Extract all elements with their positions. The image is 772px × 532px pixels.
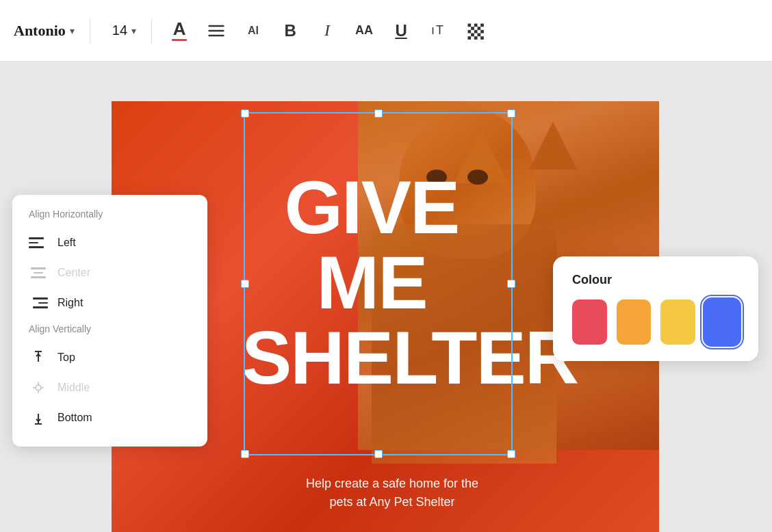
align-middle-icon: [29, 380, 48, 396]
text-line2: ME: [317, 240, 427, 324]
cat-ear-right-icon: [529, 122, 577, 170]
font-family-name: Antonio: [14, 22, 66, 40]
red-swatch[interactable]: [572, 300, 607, 345]
align-left-label: Left: [57, 237, 76, 249]
svg-rect-6: [471, 27, 474, 30]
align-top-icon: [29, 349, 48, 366]
font-size-chevron-down-icon: ▾: [131, 25, 136, 36]
align-right-icon: [29, 295, 48, 311]
text-case-icon[interactable]: AA: [352, 18, 376, 43]
colour-panel-title: Colour: [572, 273, 739, 287]
svg-rect-5: [480, 23, 484, 27]
align-horizontally-title: Align Horizontally: [29, 209, 191, 220]
svg-rect-11: [471, 33, 474, 36]
align-right-label: Right: [57, 297, 83, 309]
yellow-swatch[interactable]: [660, 300, 695, 345]
font-size-selector[interactable]: 14 ▾: [112, 23, 136, 38]
svg-rect-15: [480, 36, 484, 40]
canvas-subtitle: Help create a safe home for the pets at …: [303, 475, 481, 511]
align-bottom-option[interactable]: Bottom: [29, 403, 191, 433]
orange-swatch[interactable]: [617, 300, 652, 345]
align-middle-option: Middle: [29, 373, 191, 403]
svg-rect-8: [468, 29, 472, 33]
svg-rect-9: [474, 29, 478, 33]
text-color-underline: [172, 39, 187, 41]
align-left-option[interactable]: Left: [29, 228, 191, 258]
svg-rect-13: [468, 36, 472, 40]
align-vertically-title: Align Vertically: [29, 323, 191, 334]
align-bottom-label: Bottom: [57, 412, 92, 424]
align-center-label: Center: [57, 267, 90, 279]
svg-rect-3: [468, 23, 472, 27]
align-top-option[interactable]: Top: [29, 343, 191, 373]
align-bottom-icon: [29, 410, 48, 426]
align-top-label: Top: [57, 351, 75, 364]
text-color-icon[interactable]: A: [167, 18, 192, 43]
svg-rect-12: [478, 33, 481, 36]
svg-rect-4: [474, 23, 478, 27]
align-left-icon: [29, 235, 48, 251]
align-middle-label: Middle: [57, 382, 90, 394]
canvas-area: GIVE ME SHELTER Help create a safe home …: [0, 62, 772, 532]
underline-icon[interactable]: U: [389, 18, 413, 43]
blue-swatch[interactable]: [705, 300, 740, 345]
font-family-chevron-down-icon: ▾: [70, 25, 75, 36]
svg-rect-10: [480, 29, 484, 33]
text-line1: GIVE: [285, 165, 459, 249]
svg-rect-14: [474, 36, 478, 40]
svg-point-18: [36, 385, 41, 390]
bold-icon[interactable]: B: [278, 18, 303, 43]
font-family-selector[interactable]: Antonio ▾: [14, 22, 75, 40]
toolbar-divider-2: [151, 18, 152, 43]
toolbar-divider-1: [90, 18, 90, 43]
font-size-value: 14: [112, 23, 127, 38]
toolbar: Antonio ▾ 14 ▾ A AI B I AA U: [0, 0, 772, 62]
text-line3: SHELTER: [242, 315, 578, 399]
colour-panel: Colour: [553, 256, 758, 361]
auto-size-icon[interactable]: AI: [241, 18, 266, 43]
align-center-option: Center: [29, 258, 191, 288]
colour-swatches: [572, 300, 739, 345]
text-align-icon[interactable]: [204, 18, 229, 43]
align-center-icon: [29, 265, 48, 281]
canvas-main-text: GIVE ME SHELTER: [242, 170, 502, 395]
letter-spacing-icon[interactable]: ıT: [426, 18, 450, 43]
italic-icon[interactable]: I: [315, 18, 339, 43]
align-right-option[interactable]: Right: [29, 288, 191, 318]
pattern-icon[interactable]: [463, 18, 487, 43]
align-menu: Align Horizontally Left Center: [12, 195, 207, 447]
svg-rect-7: [478, 27, 481, 30]
